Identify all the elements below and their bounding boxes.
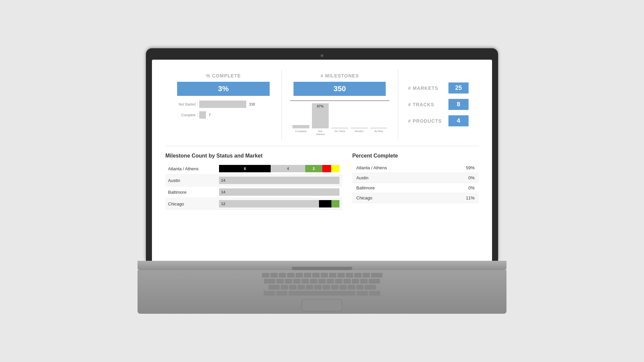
table-row: Chicago 11% — [352, 193, 479, 203]
table-row: Baltimore 14 — [165, 186, 342, 198]
market-name-austin: Austin — [165, 175, 216, 186]
table-row: Atlanta / Athens 59% — [352, 163, 479, 173]
bar-count-not-started: 338 — [249, 102, 255, 106]
spacebar-key[interactable] — [288, 291, 356, 296]
pct-name-austin: Austin — [352, 173, 440, 183]
m-label-not-started: NotStarted — [312, 130, 329, 136]
bar-cell-baltimore: 14 — [216, 186, 342, 198]
touchpad[interactable] — [302, 299, 342, 311]
bar-complete — [199, 111, 206, 119]
key — [331, 285, 338, 290]
m-bar-complete — [292, 125, 309, 128]
seg-gray-baltimore: 14 — [219, 188, 339, 196]
stat-row-products: # PRODUCTS 4 — [408, 115, 469, 126]
market-name-chicago: Chicago — [165, 198, 216, 210]
key — [329, 273, 336, 278]
key — [343, 279, 351, 284]
milestones-title: # MILESTONES — [288, 73, 391, 78]
pct-value-atlanta: 59% — [440, 163, 479, 173]
market-table: Atlanta / Athens 6 4 — [165, 163, 342, 210]
key — [302, 279, 309, 284]
keyboard-row-2 — [264, 279, 380, 284]
m-bar-not-started-pct: 97% — [317, 105, 324, 108]
key — [296, 273, 303, 278]
seg-black-chicago — [319, 200, 331, 207]
key — [335, 279, 342, 284]
key — [304, 273, 311, 278]
key — [287, 273, 294, 278]
m-label-on-track: On Track — [331, 130, 348, 136]
keyboard-row-space — [264, 291, 380, 296]
stacked-bar-atlanta: 6 4 2 — [219, 165, 339, 172]
milestones-chart: 97% — [288, 101, 391, 136]
bar-row-complete: Complete 7 — [175, 111, 271, 119]
key — [371, 273, 382, 278]
seg-yellow-atlanta — [331, 165, 340, 172]
laptop-wrapper: % COMPLETE 3% Not Started 338 Co — [138, 48, 506, 314]
pct-value-austin: 0% — [440, 173, 479, 183]
percent-complete-chart: Not Started 338 Complete — [172, 101, 275, 119]
table-row: Atlanta / Athens 6 4 — [165, 163, 342, 175]
m-bar-at-risk — [370, 128, 387, 128]
key — [327, 279, 334, 284]
key — [310, 279, 317, 284]
stat-badge-markets: 25 — [448, 82, 469, 94]
laptop-screen: % COMPLETE 3% Not Started 338 Co — [146, 48, 498, 261]
milestone-table-title: Milestone Count by Status and Market — [165, 153, 342, 159]
bar-count-complete: 7 — [209, 113, 211, 117]
pct-name-baltimore: Baltimore — [352, 183, 440, 193]
market-name-baltimore: Baltimore — [165, 186, 216, 198]
milestones-panel: # MILESTONES 350 97% — [282, 70, 398, 139]
stat-label-tracks: # TRACKS — [408, 102, 434, 107]
stacked-bar-austin: 14 — [219, 177, 339, 184]
key — [281, 285, 288, 290]
table-row: Chicago 12 — [165, 198, 342, 210]
pct-table: Atlanta / Athens 59% Austin 0% Baltimore… — [352, 163, 479, 203]
milestone-table-section: Milestone Count by Status and Market Atl… — [165, 153, 342, 210]
key — [354, 273, 362, 278]
bar-cell-austin: 14 — [216, 175, 342, 186]
key — [298, 285, 305, 290]
table-row: Austin 0% — [352, 173, 479, 183]
bar-label-not-started: Not Started — [175, 103, 196, 106]
bar-not-started — [199, 101, 246, 108]
laptop-keyboard — [138, 270, 506, 314]
percent-complete-value: 3% — [177, 82, 269, 96]
top-metrics-row: % COMPLETE 3% Not Started 338 Co — [165, 70, 479, 146]
table-row: Austin 14 — [165, 175, 342, 186]
key — [289, 285, 297, 290]
screen-content: % COMPLETE 3% Not Started 338 Co — [152, 60, 492, 261]
stat-label-products: # PRODUCTS — [408, 118, 442, 124]
key — [270, 273, 278, 278]
key — [346, 273, 353, 278]
percent-complete-title: % COMPLETE — [172, 73, 275, 78]
key — [285, 279, 292, 284]
bar-cell-chicago: 12 — [216, 198, 342, 210]
laptop-base — [138, 261, 506, 270]
seg-gray-atlanta: 4 — [271, 165, 305, 172]
chart-axis-line — [290, 101, 389, 101]
seg-label-austin: 14 — [221, 178, 225, 182]
pct-value-chicago: 11% — [440, 193, 479, 203]
key — [276, 279, 284, 284]
m-label-at-risk: At Risk — [370, 130, 387, 136]
percent-table-section: Percent Complete Atlanta / Athens 59% Au… — [352, 153, 479, 210]
table-row: Baltimore 0% — [352, 183, 479, 193]
pct-name-chicago: Chicago — [352, 193, 440, 203]
milestones-value: 350 — [293, 82, 386, 96]
pct-value-baltimore: 0% — [440, 183, 479, 193]
key — [268, 285, 280, 290]
seg-green-chicago — [331, 200, 339, 207]
m-label-complete: Complete — [292, 130, 309, 136]
key — [262, 273, 269, 278]
milestone-bar-area: 97% — [290, 102, 389, 128]
key — [357, 291, 368, 296]
stat-label-markets: # MARKETS — [408, 85, 438, 91]
key — [369, 279, 380, 284]
stacked-bar-chicago: 12 — [219, 200, 339, 207]
key — [352, 279, 359, 284]
camera-dot — [321, 54, 323, 57]
seg-label-chicago: 12 — [221, 202, 225, 206]
key — [318, 279, 326, 284]
percent-table-title: Percent Complete — [352, 153, 479, 159]
